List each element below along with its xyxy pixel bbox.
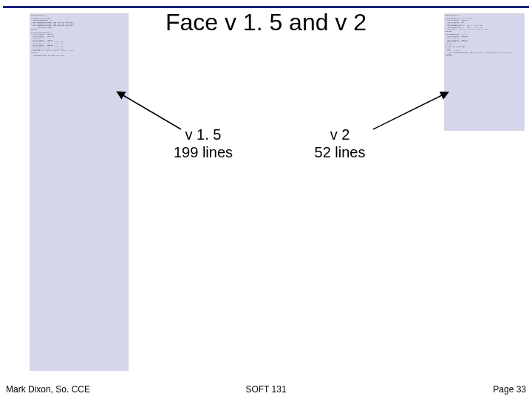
svg-line-1 bbox=[373, 95, 443, 129]
label-v15-lines: 199 lines bbox=[174, 144, 233, 160]
footer-course: SOFT 131 bbox=[0, 384, 532, 395]
label-v2-lines: 52 lines bbox=[315, 144, 366, 160]
code-block-v15: Option Explicit Private Sub Form_Load() … bbox=[30, 13, 129, 371]
label-v15-version: v 1. 5 bbox=[185, 126, 222, 143]
label-v15: v 1. 5 199 lines bbox=[159, 126, 248, 161]
code-block-v2: Option Explicit Sub DrawFace(pic, x, y, … bbox=[444, 13, 525, 131]
label-v2: v 2 52 lines bbox=[296, 126, 384, 161]
label-v2-version: v 2 bbox=[330, 126, 350, 143]
top-rule bbox=[3, 6, 529, 8]
svg-line-0 bbox=[122, 95, 181, 129]
footer-page: Page 33 bbox=[493, 384, 526, 395]
